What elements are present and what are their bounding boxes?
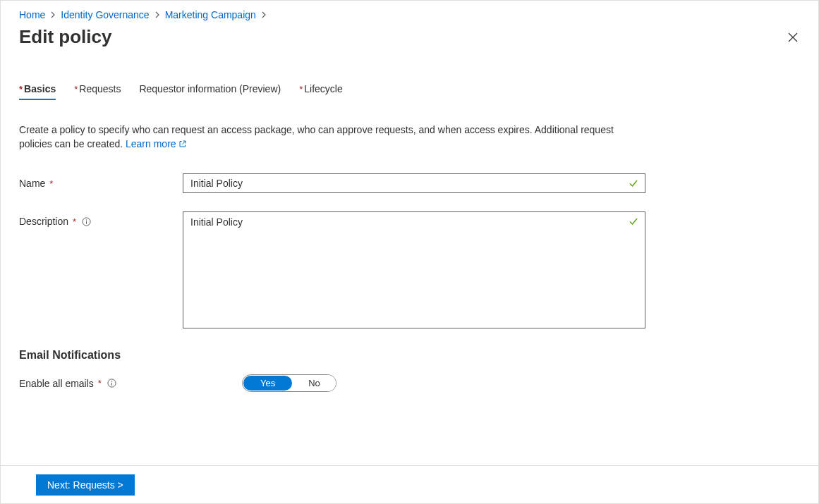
svg-rect-5 <box>111 383 112 386</box>
toggle-option-no[interactable]: No <box>293 375 336 391</box>
close-icon <box>787 32 799 45</box>
svg-point-4 <box>111 381 113 382</box>
name-input[interactable] <box>183 173 645 193</box>
chevron-right-icon <box>49 11 56 18</box>
required-star-icon: * <box>19 84 23 94</box>
info-icon[interactable] <box>107 379 116 388</box>
breadcrumb-item-marketing-campaign[interactable]: Marketing Campaign <box>165 9 256 20</box>
footer-bar: Next: Requests > <box>1 465 818 503</box>
intro-text: Create a policy to specify who can reque… <box>1 110 664 151</box>
intro-text-content: Create a policy to specify who can reque… <box>19 124 614 149</box>
learn-more-label: Learn more <box>126 138 176 149</box>
close-button[interactable] <box>783 27 803 49</box>
enable-emails-toggle[interactable]: Yes No <box>242 374 336 392</box>
tab-label: Lifecycle <box>304 83 342 94</box>
tab-label: Requests <box>79 83 121 94</box>
breadcrumb: Home Identity Governance Marketing Campa… <box>1 1 818 23</box>
email-notifications-heading: Email Notifications <box>19 349 800 362</box>
required-star-icon: * <box>73 216 76 227</box>
required-star-icon: * <box>74 84 78 94</box>
external-link-icon <box>178 140 187 148</box>
tab-basics[interactable]: *Basics <box>19 83 56 100</box>
tab-lifecycle[interactable]: *Lifecycle <box>299 83 343 100</box>
basics-form: Name * Description * Initial Policy <box>1 161 818 392</box>
learn-more-link[interactable]: Learn more <box>126 138 187 149</box>
tab-requestor-information[interactable]: Requestor information (Preview) <box>139 83 281 100</box>
required-star-icon: * <box>299 84 303 94</box>
page-title: Edit policy <box>19 26 111 48</box>
tab-label: Requestor information (Preview) <box>139 83 281 94</box>
breadcrumb-item-identity-governance[interactable]: Identity Governance <box>61 9 149 20</box>
next-requests-button[interactable]: Next: Requests > <box>36 474 135 496</box>
svg-rect-2 <box>86 221 87 223</box>
valid-check-icon <box>629 178 638 190</box>
valid-check-icon <box>629 216 638 228</box>
enable-all-emails-label: Enable all emails <box>19 378 94 389</box>
chevron-right-icon <box>260 11 267 18</box>
name-label: Name <box>19 178 45 189</box>
breadcrumb-item-home[interactable]: Home <box>19 9 45 20</box>
required-star-icon: * <box>98 378 102 388</box>
tab-label: Basics <box>24 83 56 94</box>
svg-point-1 <box>86 219 87 221</box>
tab-bar: *Basics *Requests Requestor information … <box>1 49 818 100</box>
chevron-right-icon <box>154 11 161 18</box>
toggle-option-yes[interactable]: Yes <box>243 376 292 391</box>
tab-requests[interactable]: *Requests <box>74 83 121 100</box>
description-input[interactable]: Initial Policy <box>183 211 645 328</box>
info-icon[interactable] <box>82 217 91 226</box>
required-star-icon: * <box>49 178 53 189</box>
edit-policy-panel: Home Identity Governance Marketing Campa… <box>0 0 819 504</box>
description-label: Description <box>19 216 68 227</box>
